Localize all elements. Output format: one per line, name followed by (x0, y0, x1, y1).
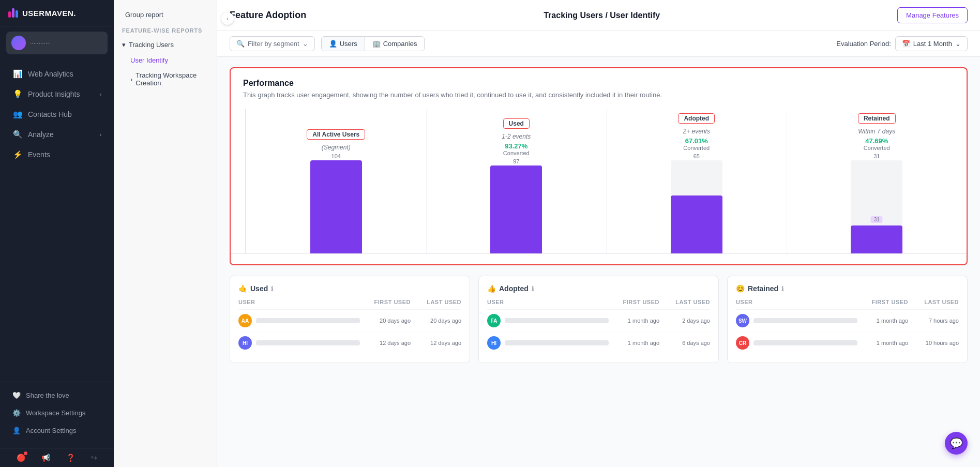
events-icon: ⚡ (12, 150, 23, 159)
user-name-blurred (256, 340, 360, 345)
bar-count-3: 65 (693, 153, 700, 159)
table-row: HI 1 month ago 6 days ago (487, 332, 710, 354)
sidebar-bottom-label: Account Settings (26, 427, 77, 434)
sidebar-bottom-label: Workspace Settings (26, 409, 85, 417)
analyze-icon: 🔍 (12, 130, 23, 139)
notifications-icon[interactable]: 🔴 (17, 454, 25, 462)
adopted-conversion-label: Converted (683, 145, 710, 151)
used-table-card: 🤙 Used ℹ User First Used Last Used AA 20… (230, 276, 470, 363)
retained-table-title: 😊 Retained ℹ (736, 284, 959, 293)
last-used-val: 6 days ago (664, 340, 710, 346)
first-used-val: 12 days ago (364, 340, 411, 346)
first-used-val: 1 month ago (613, 340, 659, 346)
workspace-avatar (11, 36, 26, 50)
adopted-table-header: User First Used Last Used (487, 299, 710, 310)
contacts-hub-icon: 👥 (12, 110, 23, 119)
filter-icon: 🔍 (236, 40, 245, 48)
main-content: Feature Adoption Tracking Users / User I… (217, 0, 980, 467)
sidebar-collapse-button[interactable]: ‹ (221, 12, 234, 25)
user-name-blurred (256, 318, 360, 323)
avatar: AA (238, 314, 252, 327)
user-name-blurred (753, 340, 857, 345)
adopted-table-title: 👍 Adopted ℹ (487, 284, 710, 293)
avatar: HI (238, 336, 252, 350)
all-active-users-sublabel: (Segment) (322, 144, 351, 151)
adopted-icon: 👍 (487, 284, 496, 293)
used-table-header: User First Used Last Used (238, 299, 461, 310)
period-dropdown[interactable]: 📅 Last 1 Month ⌄ (895, 36, 968, 51)
bar-1 (310, 160, 362, 253)
period-value: Last 1 Month (913, 40, 952, 48)
users-companies-tabs: 👤 Users 🏢 Companies (321, 36, 425, 51)
sub-group-label: Tracking Users (129, 41, 174, 49)
manage-features-button[interactable]: Manage Features (897, 7, 968, 23)
bar-2-bg (490, 165, 542, 253)
sidebar-item-workspace-settings[interactable]: ⚙️ Workspace Settings (4, 404, 110, 421)
sidebar-item-account-settings[interactable]: 👤 Account Settings (4, 422, 110, 439)
help-icon[interactable]: ❓ (66, 454, 75, 462)
tab-companies[interactable]: 🏢 Companies (365, 37, 425, 51)
adopted-conversion-pct: 67.01% (685, 137, 708, 145)
used-icon: 🤙 (238, 284, 247, 293)
workspace-name: ············ (30, 39, 51, 47)
tab-users[interactable]: 👤 Users (322, 37, 365, 51)
logo-text: USERMAVEN. (22, 9, 76, 18)
table-row: FA 1 month ago 2 days ago (487, 310, 710, 332)
col-first-used-label: First Used (862, 299, 908, 305)
sidebar-item-events[interactable]: ⚡ Events (4, 145, 110, 164)
chat-bubble-button[interactable]: 💬 (945, 432, 968, 455)
logo-bar-3 (16, 10, 18, 18)
main-header: Feature Adoption Tracking Users / User I… (217, 0, 980, 31)
toolbar: 🔍 Filter by segment ⌄ 👤 Users 🏢 Companie… (217, 31, 980, 57)
logo-icon (8, 8, 18, 18)
sidebar-item-product-insights[interactable]: 💡 Product Insights › (4, 84, 110, 104)
companies-tab-label: Companies (383, 40, 417, 48)
sidebar-item-label: Contacts Hub (28, 110, 72, 118)
sidebar-item-analyze[interactable]: 🔍 Analyze › (4, 125, 110, 144)
sidebar-item-share-the-love[interactable]: 🤍 Share the love (4, 387, 110, 404)
chevron-right-icon: › (130, 76, 132, 83)
chart-bar-all-active-users: All Active Users (Segment) 104 (246, 109, 427, 253)
chart-bar-retained: Retained Within 7 days 47.69% Converted … (787, 109, 967, 253)
retained-conversion-pct: 47.69% (865, 137, 888, 145)
table-row: HI 12 days ago 12 days ago (238, 332, 461, 354)
sub-sidebar-section-title: FEATURE-WISE REPORTS (114, 23, 217, 37)
users-tab-label: Users (340, 40, 357, 48)
sidebar-bottom-label: Share the love (26, 391, 69, 399)
adopted-badge: Adopted (678, 113, 715, 124)
period-selector: Evaluation Period: 📅 Last 1 Month ⌄ (836, 36, 968, 51)
sidebar-item-label: Analyze (28, 130, 54, 139)
sub-item-tracking-workspace-creation[interactable]: › Tracking Workspace Creation (114, 68, 217, 91)
period-label: Evaluation Period: (836, 40, 891, 48)
retained-table-card: 😊 Retained ℹ User First Used Last Used S… (727, 276, 968, 363)
account-icon: 👤 (12, 427, 21, 434)
sub-item-user-identify[interactable]: User Identify (114, 53, 217, 68)
used-sublabel: 1-2 events (502, 133, 531, 140)
sidebar-item-web-analytics[interactable]: 📊 Web Analytics (4, 64, 110, 84)
workspace-selector[interactable]: ············ (6, 32, 108, 54)
sidebar-footer: 🔴 📢 ❓ ↪ (0, 448, 114, 467)
logo-bar-1 (8, 11, 11, 18)
filter-by-segment[interactable]: 🔍 Filter by segment ⌄ (230, 36, 315, 51)
logout-icon[interactable]: ↪ (91, 454, 97, 462)
col-last-used-label: Last Used (415, 299, 461, 305)
user-name-blurred (753, 318, 857, 323)
sub-item-group-report[interactable]: Group report (117, 7, 214, 23)
retained-icon: 😊 (736, 284, 745, 293)
sub-group-header[interactable]: ▾ Tracking Users (114, 37, 217, 53)
retained-badge: Retained (858, 113, 896, 124)
sidebar-item-label: Events (28, 150, 50, 159)
last-used-val: 20 days ago (415, 318, 461, 324)
group-report-label: Group report (125, 11, 163, 19)
logo[interactable]: USERMAVEN. (0, 0, 114, 26)
table-row: SW 1 month ago 7 hours ago (736, 310, 959, 332)
last-used-val: 10 hours ago (912, 340, 959, 346)
adopted-sublabel: 2+ events (683, 128, 710, 135)
bar-count-1: 104 (331, 153, 341, 159)
retained-conversion-label: Converted (864, 145, 890, 151)
first-used-val: 20 days ago (364, 318, 411, 324)
bottom-tables: 🤙 Used ℹ User First Used Last Used AA 20… (230, 276, 968, 363)
web-analytics-icon: 📊 (12, 69, 23, 79)
announcements-icon[interactable]: 📢 (41, 454, 50, 462)
sidebar-item-contacts-hub[interactable]: 👥 Contacts Hub (4, 104, 110, 124)
